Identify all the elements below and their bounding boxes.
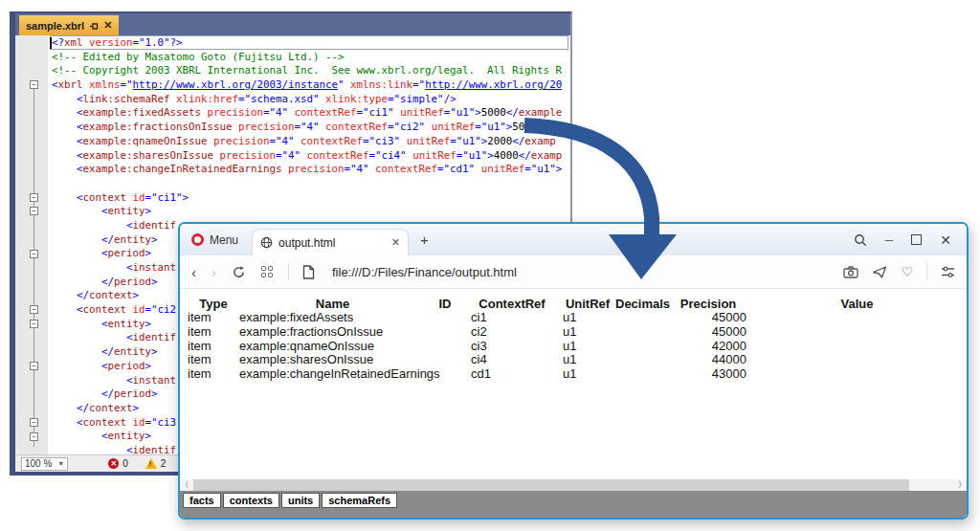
- table-cell: 44000: [665, 353, 751, 367]
- table-cell: u1: [560, 367, 615, 382]
- table-cell: [615, 353, 665, 367]
- tab-close-icon[interactable]: ✕: [103, 19, 112, 32]
- code-line: <example:sharesOnIssue precision="4" con…: [52, 149, 570, 164]
- fold-collapse-icon[interactable]: −: [30, 80, 38, 89]
- fold-collapse-icon[interactable]: −: [30, 207, 38, 215]
- scroll-right-arrow-icon[interactable]: 〉: [953, 479, 967, 491]
- scroll-left-arrow-icon[interactable]: 〈: [180, 479, 193, 491]
- fold-collapse-icon[interactable]: −: [30, 193, 38, 202]
- code-line: <context id="ci1">: [52, 191, 570, 206]
- fold-collapse-icon[interactable]: −: [30, 418, 38, 427]
- browser-tab-output[interactable]: output.html ✕: [252, 229, 409, 255]
- warning-count: 2: [161, 458, 167, 469]
- opera-logo-icon: [191, 233, 204, 246]
- table-cell: item: [188, 325, 239, 340]
- table-cell: [615, 367, 665, 382]
- table-cell: [426, 353, 464, 367]
- table-cell: example:qnameOnIssue: [239, 340, 426, 354]
- sheet-tab-contexts[interactable]: contexts: [223, 493, 279, 508]
- table-cell: 45000: [665, 311, 751, 325]
- search-icon[interactable]: [854, 233, 867, 247]
- table-cell: 43000: [665, 367, 751, 382]
- sheet-tab-facts[interactable]: facts: [183, 493, 221, 508]
- snapshot-camera-icon[interactable]: [843, 266, 858, 278]
- table-cell: item: [188, 340, 239, 354]
- close-button[interactable]: ✕: [940, 232, 951, 248]
- table-cell: example:fractionsOnIssue: [239, 325, 426, 340]
- scrollbar-thumb[interactable]: [193, 479, 909, 491]
- code-line: <!-- Edited by Masatomo Goto (Fujitsu Lt…: [52, 51, 570, 65]
- scrollbar-track[interactable]: [909, 479, 953, 491]
- table-cell: u1: [560, 353, 615, 367]
- minimize-button[interactable]: ─: [885, 233, 894, 247]
- new-tab-button[interactable]: +: [420, 232, 429, 248]
- fold-collapse-icon[interactable]: −: [30, 320, 38, 328]
- divider: [926, 263, 927, 280]
- tab-close-icon[interactable]: ✕: [391, 236, 400, 249]
- table-cell: [615, 325, 665, 340]
- table-cell: item: [188, 367, 239, 382]
- code-line: <example:changeInRetainedEarnings precis…: [52, 163, 570, 177]
- browser-page-content: TypeNameIDContextRefUnitRefDecimalsPreci…: [180, 289, 967, 479]
- menu-label: Menu: [210, 233, 238, 247]
- table-cell: cd1: [464, 367, 560, 382]
- bookmark-heart-icon[interactable]: ♡: [901, 265, 913, 278]
- table-cell: [426, 325, 464, 340]
- table-header: Type: [188, 297, 239, 311]
- editor-tabstrip: sample.xbrl ✕: [15, 13, 570, 35]
- table-cell: ci1: [464, 311, 560, 325]
- table-cell: [751, 325, 963, 340]
- code-line: [52, 177, 570, 191]
- zoom-level: 100 %: [25, 458, 52, 469]
- error-icon: ✕: [108, 458, 119, 469]
- screenshot-stage: sample.xbrl ✕ −−−−−−−−− <?xml version="1…: [0, 0, 980, 531]
- maximize-button[interactable]: [911, 234, 922, 245]
- table-cell: [751, 340, 963, 354]
- table-cell: ci3: [464, 340, 560, 354]
- easy-setup-sliders-icon[interactable]: [941, 266, 955, 278]
- table-header: Decimals: [615, 297, 665, 311]
- editor-document-tab[interactable]: sample.xbrl ✕: [19, 15, 119, 35]
- table-cell: [751, 367, 963, 382]
- table-cell: example:fixedAssets: [239, 311, 426, 325]
- table-cell: example:sharesOnIssue: [239, 353, 426, 367]
- table-cell: item: [188, 353, 239, 367]
- back-icon[interactable]: ‹: [191, 265, 196, 279]
- table-cell: 45000: [665, 325, 751, 340]
- fold-collapse-icon[interactable]: −: [30, 305, 38, 314]
- code-line: <!-- Copyright 2003 XBRL International I…: [52, 64, 570, 78]
- warning-icon: !: [145, 458, 157, 469]
- page-icon[interactable]: [302, 265, 315, 279]
- browser-menu-button[interactable]: Menu: [191, 233, 238, 247]
- fold-collapse-icon[interactable]: −: [30, 362, 38, 370]
- send-to-flow-icon[interactable]: [872, 266, 887, 278]
- url-field[interactable]: file:///D:/Files/Finance/output.html: [332, 265, 517, 279]
- horizontal-scrollbar[interactable]: 〈 〉: [180, 479, 967, 491]
- table-header: Value: [751, 297, 963, 311]
- browser-tab-title: output.html: [278, 236, 386, 250]
- error-count: 0: [122, 458, 128, 469]
- table-cell: [751, 353, 963, 367]
- code-line: <example:fixedAssets precision="4" conte…: [52, 106, 570, 121]
- fold-collapse-icon[interactable]: −: [30, 432, 38, 441]
- browser-tabstrip: Menu output.html ✕ + ─ ✕: [180, 224, 967, 255]
- globe-icon: [260, 236, 273, 249]
- table-header: ContextRef: [464, 297, 560, 311]
- zoom-dropdown[interactable]: 100 % ▼: [21, 457, 68, 471]
- forward-icon[interactable]: ›: [212, 265, 216, 279]
- table-header: Name: [239, 297, 426, 311]
- sheet-tab-units[interactable]: units: [281, 493, 320, 508]
- table-header: UnitRef: [560, 297, 615, 311]
- code-line: <link:schemaRef xlink:href="schema.xsd" …: [52, 93, 570, 107]
- code-line: <example:qnameOnIssue precision="4" cont…: [52, 135, 570, 149]
- speed-dial-icon[interactable]: [261, 266, 273, 277]
- editor-tab-title: sample.xbrl: [26, 20, 84, 32]
- pin-icon[interactable]: [89, 21, 99, 31]
- code-line: <entity>: [52, 205, 570, 219]
- browser-window: Menu output.html ✕ + ─ ✕ ‹ ›: [178, 222, 969, 520]
- sheet-tab-schemaRefs[interactable]: schemaRefs: [322, 493, 397, 508]
- reload-icon[interactable]: [232, 265, 246, 279]
- table-cell: u1: [560, 311, 615, 325]
- table-cell: [426, 311, 464, 325]
- fold-collapse-icon[interactable]: −: [30, 250, 38, 258]
